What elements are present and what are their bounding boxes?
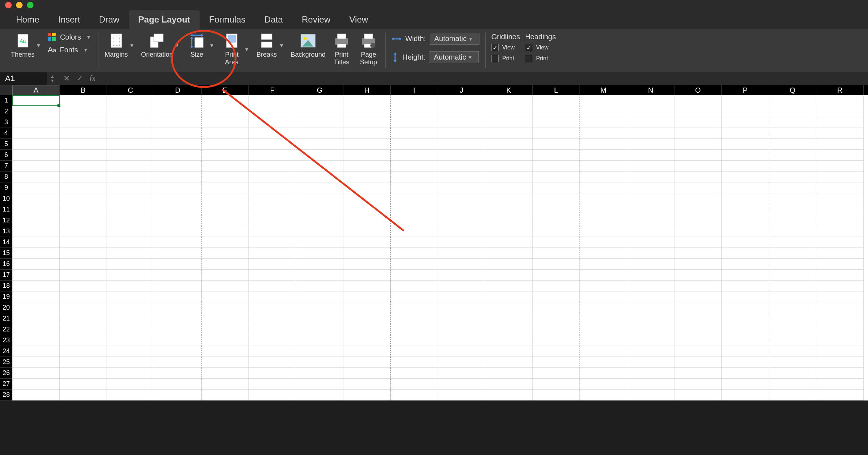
cell-O9[interactable] xyxy=(674,182,722,193)
cell-K3[interactable] xyxy=(485,117,533,128)
cell-R6[interactable] xyxy=(816,150,864,161)
gridlines-print-checkbox[interactable]: Print xyxy=(491,55,520,62)
cell-C23[interactable] xyxy=(107,335,154,346)
background-button[interactable]: Background xyxy=(291,33,326,59)
chevron-down-icon[interactable]: ▼ xyxy=(278,43,286,48)
cell-J16[interactable] xyxy=(438,259,485,270)
row-header-20[interactable]: 20 xyxy=(0,302,12,313)
cell-G2[interactable] xyxy=(296,106,343,117)
breaks-button[interactable]: Breaks xyxy=(256,33,278,59)
cell-J13[interactable] xyxy=(438,226,485,237)
cell-R22[interactable] xyxy=(816,324,864,335)
cell-H8[interactable] xyxy=(343,172,391,182)
cell-P10[interactable] xyxy=(722,193,769,204)
cell-F28[interactable] xyxy=(249,390,296,400)
cell-M13[interactable] xyxy=(580,226,627,237)
cell-F12[interactable] xyxy=(249,215,296,226)
cell-D21[interactable] xyxy=(154,313,202,324)
cell-P19[interactable] xyxy=(722,291,769,302)
cell-A25[interactable] xyxy=(12,357,60,368)
cell-N1[interactable] xyxy=(627,95,674,106)
cell-B25[interactable] xyxy=(60,357,107,368)
cell-C21[interactable] xyxy=(107,313,154,324)
cell-J26[interactable] xyxy=(438,368,485,379)
cell-P5[interactable] xyxy=(722,139,769,150)
cell-C18[interactable] xyxy=(107,281,154,291)
cell-A14[interactable] xyxy=(12,237,60,248)
cell-L27[interactable] xyxy=(533,379,580,390)
cell-P7[interactable] xyxy=(722,161,769,172)
column-header-A[interactable]: A xyxy=(12,85,60,95)
cell-B10[interactable] xyxy=(60,193,107,204)
cell-Q3[interactable] xyxy=(769,117,816,128)
column-header-N[interactable]: N xyxy=(627,85,674,95)
cell-A16[interactable] xyxy=(12,259,60,270)
cell-L20[interactable] xyxy=(533,302,580,313)
cell-J15[interactable] xyxy=(438,248,485,259)
cell-E22[interactable] xyxy=(202,324,249,335)
cell-R15[interactable] xyxy=(816,248,864,259)
cell-G26[interactable] xyxy=(296,368,343,379)
cell-E19[interactable] xyxy=(202,291,249,302)
cell-H4[interactable] xyxy=(343,128,391,139)
cell-M23[interactable] xyxy=(580,335,627,346)
cell-A5[interactable] xyxy=(12,139,60,150)
row-header-5[interactable]: 5 xyxy=(0,139,12,150)
cell-K8[interactable] xyxy=(485,172,533,182)
cell-P26[interactable] xyxy=(722,368,769,379)
name-box-spinner[interactable]: ▲▼ xyxy=(47,74,57,83)
cell-N4[interactable] xyxy=(627,128,674,139)
cell-F27[interactable] xyxy=(249,379,296,390)
cell-I24[interactable] xyxy=(391,346,438,357)
headings-view-checkbox[interactable]: View xyxy=(525,44,556,51)
cell-A7[interactable] xyxy=(12,161,60,172)
cell-J2[interactable] xyxy=(438,106,485,117)
cell-I16[interactable] xyxy=(391,259,438,270)
cell-H25[interactable] xyxy=(343,357,391,368)
column-header-F[interactable]: F xyxy=(249,85,296,95)
cell-J9[interactable] xyxy=(438,182,485,193)
cell-K12[interactable] xyxy=(485,215,533,226)
cell-N19[interactable] xyxy=(627,291,674,302)
cell-P11[interactable] xyxy=(722,204,769,215)
row-header-11[interactable]: 11 xyxy=(0,204,12,215)
cell-L15[interactable] xyxy=(533,248,580,259)
cell-J22[interactable] xyxy=(438,324,485,335)
cell-D6[interactable] xyxy=(154,150,202,161)
cell-N8[interactable] xyxy=(627,172,674,182)
tab-view[interactable]: View xyxy=(340,10,378,29)
cell-A9[interactable] xyxy=(12,182,60,193)
cell-L25[interactable] xyxy=(533,357,580,368)
cell-O7[interactable] xyxy=(674,161,722,172)
cell-P21[interactable] xyxy=(722,313,769,324)
cell-C20[interactable] xyxy=(107,302,154,313)
cell-P27[interactable] xyxy=(722,379,769,390)
cell-D1[interactable] xyxy=(154,95,202,106)
cell-F9[interactable] xyxy=(249,182,296,193)
cell-R13[interactable] xyxy=(816,226,864,237)
cell-Q19[interactable] xyxy=(769,291,816,302)
cell-M27[interactable] xyxy=(580,379,627,390)
cell-M17[interactable] xyxy=(580,270,627,281)
cell-P18[interactable] xyxy=(722,281,769,291)
cell-H16[interactable] xyxy=(343,259,391,270)
tab-home[interactable]: Home xyxy=(7,10,49,29)
enter-formula-icon[interactable]: ✓ xyxy=(76,74,83,83)
cell-G1[interactable] xyxy=(296,95,343,106)
cell-B2[interactable] xyxy=(60,106,107,117)
cell-R8[interactable] xyxy=(816,172,864,182)
cell-H9[interactable] xyxy=(343,182,391,193)
cell-E24[interactable] xyxy=(202,346,249,357)
cell-K21[interactable] xyxy=(485,313,533,324)
cell-M26[interactable] xyxy=(580,368,627,379)
cell-L13[interactable] xyxy=(533,226,580,237)
cell-I12[interactable] xyxy=(391,215,438,226)
cell-F10[interactable] xyxy=(249,193,296,204)
cell-C9[interactable] xyxy=(107,182,154,193)
cell-D13[interactable] xyxy=(154,226,202,237)
cell-G21[interactable] xyxy=(296,313,343,324)
cell-A3[interactable] xyxy=(12,117,60,128)
fx-icon[interactable]: fx xyxy=(89,74,96,83)
tab-page-layout[interactable]: Page Layout xyxy=(129,10,200,29)
cell-N26[interactable] xyxy=(627,368,674,379)
